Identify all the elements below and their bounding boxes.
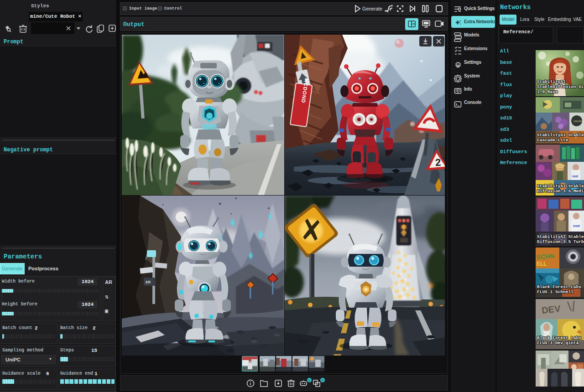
svg-text:KM: KM: [146, 280, 151, 285]
svg-text:CAVIAR: CAVIAR: [574, 120, 582, 123]
svg-text:2: 2: [435, 156, 441, 168]
svg-text:6: 6: [322, 379, 323, 382]
svg-text:DEV: DEV: [541, 304, 561, 315]
svg-text:nod: nod: [572, 175, 578, 178]
svg-text:ELL: ELL: [537, 261, 547, 267]
svg-text:nod: nod: [573, 224, 580, 228]
svg-text:6: 6: [308, 379, 310, 382]
svg-text:SCHN: SCHN: [536, 252, 555, 261]
svg-text:Generate: Generate: [362, 6, 382, 11]
